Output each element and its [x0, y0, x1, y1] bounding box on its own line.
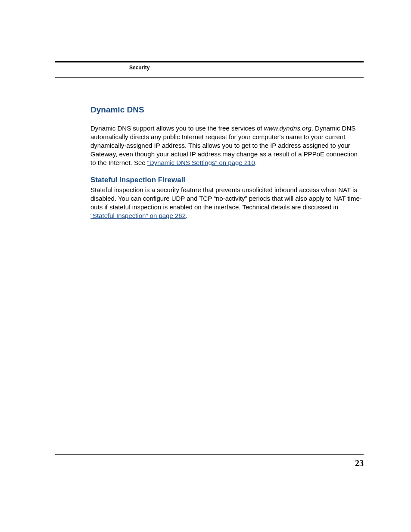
paragraph-stateful-firewall: Stateful inspection is a security featur… — [90, 186, 364, 220]
heading-stateful-firewall: Stateful Inspection Firewall — [90, 176, 364, 184]
link-stateful-inspection[interactable]: “Stateful Inspection” on page 262 — [90, 212, 186, 219]
text-fragment: . — [255, 159, 257, 166]
content-area: Dynamic DNS Dynamic DNS support allows y… — [90, 105, 364, 227]
page-number: 23 — [355, 458, 364, 468]
paragraph-dynamic-dns: Dynamic DNS support allows you to use th… — [90, 124, 364, 167]
heading-dynamic-dns: Dynamic DNS — [90, 105, 364, 115]
document-page: Security Dynamic DNS Dynamic DNS support… — [0, 0, 411, 532]
text-fragment: . — [186, 212, 187, 219]
header-rule-bottom — [55, 77, 364, 78]
footer-rule — [55, 454, 364, 455]
link-dynamic-dns-settings[interactable]: “Dynamic DNS Settings” on page 210 — [147, 159, 255, 166]
header-section-label: Security — [129, 65, 149, 71]
text-fragment: Dynamic DNS support allows you to use th… — [90, 124, 264, 132]
text-fragment: Stateful inspection is a security featur… — [90, 186, 362, 211]
header-rule-top — [55, 61, 364, 62]
site-url-italic: www.dyndns.org — [264, 124, 311, 132]
